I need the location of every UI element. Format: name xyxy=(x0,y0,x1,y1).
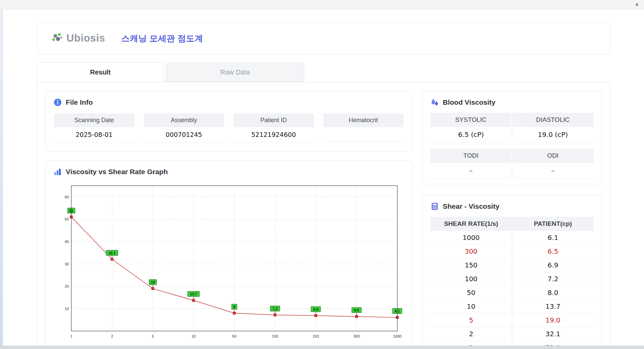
diastolic-label: DIASTOLIC xyxy=(512,113,594,127)
ubiosis-logo: Ubiosis xyxy=(51,32,105,44)
shear-cell: 1 xyxy=(430,341,512,346)
logo-text: Ubiosis xyxy=(66,32,105,44)
file-info-field: Scanning Date 2025-08-01 xyxy=(54,113,135,143)
svg-text:100: 100 xyxy=(272,334,278,338)
shear-table-header-row: SHEAR RATE(1/s) PATIENT(cp) xyxy=(430,217,594,231)
droplets-icon xyxy=(430,98,439,107)
file-info-card: File Info Scanning Date 2025-08-01 Assem… xyxy=(45,91,413,152)
window-close-button[interactable]: × xyxy=(635,1,639,8)
svg-text:13.7: 13.7 xyxy=(190,292,197,296)
shear-cell: 150 xyxy=(430,258,512,272)
shear-cell: 2 xyxy=(430,327,512,341)
svg-text:5: 5 xyxy=(152,334,154,338)
window-left-edge xyxy=(0,9,2,346)
shear-rate-column-header: SHEAR RATE(1/s) xyxy=(430,217,512,231)
svg-text:6.5: 6.5 xyxy=(354,308,359,312)
todi-label: TODI xyxy=(430,149,512,163)
blood-viscosity-title-text: Blood Viscosity xyxy=(443,98,495,106)
shear-cell: 10 xyxy=(430,300,512,313)
shear-table-body: 1000 6.1 300 6.5 150 6.9 100 7.2 50 8.0 … xyxy=(430,231,594,346)
file-info-fields: Scanning Date 2025-08-01 Assembly 000701… xyxy=(53,113,404,145)
odi-value: – xyxy=(512,163,594,179)
header-card: Ubiosis 스캐닝 모세관 점도계 xyxy=(37,22,610,54)
info-icon xyxy=(53,98,62,107)
field-value: 000701245 xyxy=(144,127,224,143)
table-row: 10 13.7 xyxy=(430,300,594,313)
shear-viscosity-title: Shear - Viscosity xyxy=(430,202,594,211)
main-panel: Ubiosis 스캐닝 모세관 점도계 Result Raw Data File… xyxy=(2,9,644,346)
patient-cell: 6.9 xyxy=(512,258,594,272)
right-column: Blood Viscosity SYSTOLIC DIASTOLIC 6.5 (… xyxy=(422,91,602,346)
file-info-field: Patient ID 52121924600 xyxy=(233,113,314,143)
svg-text:300: 300 xyxy=(354,334,360,338)
window-titlebar: × xyxy=(0,0,644,9)
shear-viscosity-title-text: Shear - Viscosity xyxy=(443,202,499,210)
svg-text:20: 20 xyxy=(65,284,69,288)
patient-cell: 7.2 xyxy=(512,272,594,286)
content-card: File Info Scanning Date 2025-08-01 Assem… xyxy=(37,82,610,346)
svg-text:2: 2 xyxy=(111,334,113,338)
patient-cell: 6.5 xyxy=(512,245,594,258)
viscosity-chart: 102030405060125105010015030010005132.119… xyxy=(53,182,404,341)
svg-text:19: 19 xyxy=(151,280,155,284)
table-row: 2 32.1 xyxy=(430,327,594,341)
logo-dots-icon xyxy=(51,32,65,44)
patient-column-header: PATIENT(cp) xyxy=(512,217,594,231)
svg-text:1: 1 xyxy=(70,334,72,338)
systolic-value: 6.5 (cP) xyxy=(430,127,512,143)
svg-text:32.1: 32.1 xyxy=(109,251,116,255)
table-row: 300 6.5 xyxy=(430,245,594,258)
systolic-label: SYSTOLIC xyxy=(430,113,512,127)
file-info-field: Hematocrit xyxy=(323,113,404,143)
svg-text:50: 50 xyxy=(232,334,236,338)
patient-cell: 32.1 xyxy=(512,327,594,341)
bar-chart-icon xyxy=(53,167,62,176)
svg-text:40: 40 xyxy=(65,240,69,244)
patient-cell: 19.0 xyxy=(512,313,594,327)
svg-text:7.2: 7.2 xyxy=(272,307,277,311)
shear-cell: 300 xyxy=(430,245,512,258)
svg-text:50: 50 xyxy=(65,217,69,221)
patient-cell: 6.1 xyxy=(512,231,594,245)
tab-result[interactable]: Result xyxy=(37,62,164,82)
blood-viscosity-card: Blood Viscosity SYSTOLIC DIASTOLIC 6.5 (… xyxy=(422,91,602,186)
patient-cell: 13.7 xyxy=(512,300,594,313)
svg-text:10: 10 xyxy=(192,334,196,338)
graph-card: Viscosity vs Shear Rate Graph 1020304050… xyxy=(45,160,413,346)
patient-cell: 8.0 xyxy=(512,286,594,300)
svg-text:60: 60 xyxy=(65,195,69,199)
table-row: 1 51.0 xyxy=(430,341,594,346)
svg-text:8: 8 xyxy=(233,305,235,309)
shear-cell: 100 xyxy=(430,272,512,286)
calculator-icon xyxy=(430,202,439,211)
svg-text:30: 30 xyxy=(65,262,69,266)
field-value: 2025-08-01 xyxy=(54,127,135,143)
patient-cell: 51.0 xyxy=(512,341,594,346)
diastolic-value: 19.0 (cP) xyxy=(512,127,594,143)
table-row: 50 8.0 xyxy=(430,286,594,300)
field-label: Assembly xyxy=(144,113,224,127)
file-info-title: File Info xyxy=(53,98,404,107)
graph-title-text: Viscosity vs Shear Rate Graph xyxy=(66,168,168,176)
blood-viscosity-grid: SYSTOLIC DIASTOLIC 6.5 (cP) 19.0 (cP) TO… xyxy=(430,113,594,179)
left-column: File Info Scanning Date 2025-08-01 Assem… xyxy=(45,91,413,346)
svg-text:150: 150 xyxy=(313,334,319,338)
shear-cell: 5 xyxy=(430,313,512,327)
tab-raw-data[interactable]: Raw Data xyxy=(166,62,304,82)
shear-cell: 1000 xyxy=(430,231,512,245)
svg-text:6.9: 6.9 xyxy=(313,307,318,311)
field-label: Hematocrit xyxy=(323,113,404,127)
shear-viscosity-table: SHEAR RATE(1/s) PATIENT(cp) 1000 6.1 300… xyxy=(430,217,594,346)
table-row: 100 7.2 xyxy=(430,272,594,286)
table-row: 1000 6.1 xyxy=(430,231,594,245)
field-label: Patient ID xyxy=(233,113,314,127)
table-row: 150 6.9 xyxy=(430,258,594,272)
field-value: 52121924600 xyxy=(233,127,314,143)
tab-bar: Result Raw Data xyxy=(37,62,610,82)
graph-title: Viscosity vs Shear Rate Graph xyxy=(53,167,404,176)
app-title: 스캐닝 모세관 점도계 xyxy=(121,33,203,44)
field-label: Scanning Date xyxy=(54,113,135,127)
file-info-field: Assembly 000701245 xyxy=(144,113,224,143)
bv-spacer xyxy=(430,143,594,149)
shear-viscosity-card: Shear - Viscosity SHEAR RATE(1/s) PATIEN… xyxy=(422,195,602,346)
